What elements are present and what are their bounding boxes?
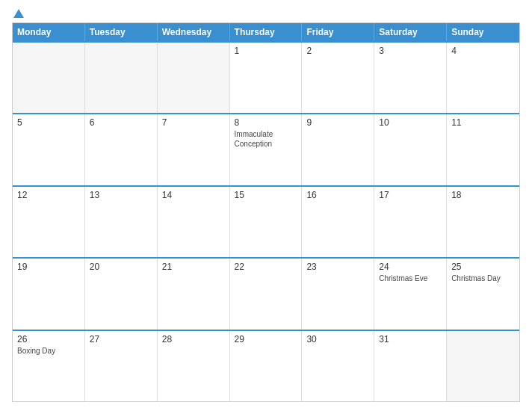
weekday-header-monday: Monday — [13, 23, 85, 41]
day-cell: 2 — [302, 43, 374, 113]
day-cell: 5 — [13, 114, 85, 185]
day-number: 28 — [162, 334, 225, 344]
day-number: 14 — [162, 190, 225, 200]
day-number: 22 — [235, 262, 297, 272]
week-row-1: 1234 — [13, 41, 519, 113]
day-cell: 30 — [302, 331, 374, 401]
day-number: 11 — [451, 117, 515, 128]
day-number: 3 — [379, 46, 442, 56]
day-number: 31 — [379, 334, 442, 344]
day-number: 16 — [306, 190, 369, 200]
day-cell: 10 — [374, 114, 447, 185]
day-cell: 16 — [302, 187, 374, 257]
day-cell: 18 — [447, 187, 519, 257]
day-number: 6 — [90, 117, 152, 128]
day-cell: 26Boxing Day — [13, 331, 85, 401]
day-number: 4 — [451, 46, 515, 56]
day-cell: 21 — [158, 259, 230, 329]
day-cell: 1 — [230, 43, 303, 113]
day-number: 12 — [17, 190, 80, 200]
day-number: 13 — [90, 190, 152, 200]
day-cell: 15 — [230, 187, 303, 257]
day-number: 21 — [162, 262, 225, 272]
day-cell: 17 — [374, 187, 447, 257]
day-number: 5 — [17, 117, 80, 128]
week-row-2: 5678Immaculate Conception91011 — [13, 113, 519, 185]
logo — [12, 9, 25, 18]
day-number: 19 — [17, 262, 80, 272]
day-number: 24 — [379, 262, 442, 272]
day-cell: 7 — [158, 114, 230, 185]
day-cell: 22 — [230, 259, 303, 329]
weekday-header-sunday: Sunday — [447, 23, 519, 41]
calendar-body: 12345678Immaculate Conception91011121314… — [13, 41, 519, 401]
weekday-header-tuesday: Tuesday — [85, 23, 158, 41]
day-cell: 19 — [13, 259, 85, 329]
day-cell: 31 — [374, 331, 447, 401]
day-cell: 3 — [374, 43, 447, 113]
weekday-header-friday: Friday — [302, 23, 374, 41]
week-row-3: 12131415161718 — [13, 185, 519, 257]
day-number: 23 — [306, 262, 369, 272]
calendar-grid: MondayTuesdayWednesdayThursdayFridaySatu… — [12, 22, 520, 402]
day-number: 27 — [90, 334, 152, 344]
day-number: 8 — [235, 117, 297, 128]
day-number: 9 — [306, 117, 369, 128]
day-number: 29 — [235, 334, 297, 344]
day-cell: 13 — [85, 187, 158, 257]
day-number: 10 — [379, 117, 442, 128]
day-cell: 25Christmas Day — [447, 259, 519, 329]
day-event: Christmas Eve — [379, 274, 442, 283]
day-number: 7 — [162, 117, 225, 128]
day-number: 18 — [451, 190, 515, 200]
day-number: 1 — [235, 46, 297, 56]
day-cell: 14 — [158, 187, 230, 257]
weekday-header-thursday: Thursday — [230, 23, 303, 41]
day-cell: 11 — [447, 114, 519, 185]
day-cell — [13, 43, 85, 113]
day-number: 2 — [306, 46, 369, 56]
week-row-5: 26Boxing Day2728293031 — [13, 330, 519, 401]
weekday-header-wednesday: Wednesday — [158, 23, 230, 41]
logo-triangle-icon — [13, 9, 24, 18]
day-cell: 23 — [302, 259, 374, 329]
day-cell: 20 — [85, 259, 158, 329]
weekday-header-row: MondayTuesdayWednesdayThursdayFridaySatu… — [13, 23, 519, 41]
day-number: 17 — [379, 190, 442, 200]
day-cell: 4 — [447, 43, 519, 113]
day-cell — [85, 43, 158, 113]
day-cell: 24Christmas Eve — [374, 259, 447, 329]
day-cell: 28 — [158, 331, 230, 401]
day-event: Christmas Day — [451, 274, 515, 283]
day-cell: 29 — [230, 331, 303, 401]
day-cell — [158, 43, 230, 113]
day-cell: 12 — [13, 187, 85, 257]
day-cell: 9 — [302, 114, 374, 185]
day-number: 25 — [451, 262, 515, 272]
day-cell: 8Immaculate Conception — [230, 114, 303, 185]
header — [12, 9, 520, 18]
calendar-page: MondayTuesdayWednesdayThursdayFridaySatu… — [0, 0, 532, 411]
day-number: 20 — [90, 262, 152, 272]
day-number: 30 — [306, 334, 369, 344]
day-event: Immaculate Conception — [235, 129, 297, 149]
day-cell: 6 — [85, 114, 158, 185]
day-cell: 27 — [85, 331, 158, 401]
day-cell — [447, 331, 519, 401]
week-row-4: 192021222324Christmas Eve25Christmas Day — [13, 257, 519, 329]
weekday-header-saturday: Saturday — [374, 23, 447, 41]
day-number: 15 — [235, 190, 297, 200]
day-number: 26 — [17, 334, 80, 344]
day-event: Boxing Day — [17, 346, 80, 356]
